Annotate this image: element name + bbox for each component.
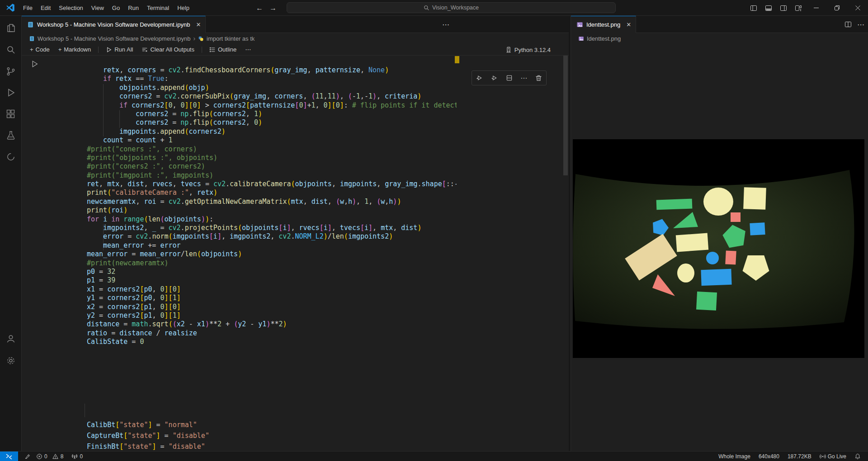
run-all-button[interactable]: Run All: [103, 44, 136, 56]
code-line[interactable]: print(roi): [22, 206, 457, 215]
code-line[interactable]: if corners2[0, 0][0] > corners2[patterns…: [22, 101, 457, 110]
ports-status[interactable]: 0: [69, 452, 85, 461]
code-line[interactable]: error = cv2.norm(imgpoints[i], imgpoints…: [22, 232, 457, 241]
execute-cell-and-below-icon[interactable]: [491, 75, 498, 81]
toggle-panel-icon[interactable]: [761, 0, 776, 16]
code-line[interactable]: imgpoints.append(corners2): [22, 127, 457, 136]
code-line[interactable]: for i in range(len(objpoints)):: [22, 215, 457, 224]
notebook-cell-editor[interactable]: retx, corners = cv2.findChessboardCorner…: [22, 56, 569, 451]
go-live-button[interactable]: Go Live: [817, 453, 849, 460]
menu-go[interactable]: Go: [108, 0, 124, 16]
split-editor-icon[interactable]: [844, 21, 852, 28]
code-line[interactable]: corners2 = cv2.cornerSubPix(gray_img, co…: [22, 92, 457, 101]
breadcrumb-file[interactable]: Workshop 5 - Machine Vision Software Dev…: [38, 35, 190, 42]
add-code-cell-button[interactable]: + Code: [27, 44, 52, 56]
code-line[interactable]: p0 = 32: [22, 268, 457, 276]
remote-indicator[interactable]: [0, 452, 18, 461]
code-line[interactable]: ret, mtx, dist, rvecs, tvecs = cv2.calib…: [22, 180, 457, 188]
tab-workshop5-notebook[interactable]: Workshop 5 - Machine Vision Software Dev…: [22, 16, 206, 33]
code-line[interactable]: p1 = 39: [22, 276, 457, 285]
code-line[interactable]: y1 = corners2[p0, 0][1]: [22, 294, 457, 302]
menu-run[interactable]: Run: [124, 0, 143, 16]
menu-help[interactable]: Help: [173, 0, 193, 16]
tab-identtest-png[interactable]: Identtest.png ✕: [571, 16, 636, 33]
code-line[interactable]: #print("imgpoint :", imgpoints): [22, 171, 457, 180]
kernel-picker[interactable]: Python 3.12.4: [505, 44, 551, 56]
jupyter-icon[interactable]: [5, 151, 16, 162]
code-line[interactable]: imgpoints2, _ = cv2.projectPoints(objpoi…: [22, 224, 457, 232]
notifications-bell-icon[interactable]: [852, 453, 863, 460]
photo-shape-blue-rect: [701, 269, 731, 286]
code-line[interactable]: newcameramtx, roi = cv2.getOptimalNewCam…: [22, 198, 457, 206]
code-cell-content[interactable]: retx, corners = cv2.findChessboardCorner…: [22, 66, 457, 347]
code-line[interactable]: CaptureBt["state"] = "disable": [22, 430, 457, 441]
window-minimize-button[interactable]: [806, 0, 826, 16]
menu-view[interactable]: View: [87, 0, 108, 16]
code-line[interactable]: #print("objpoints :", objpoints): [22, 154, 457, 162]
problems-status[interactable]: 0 8: [33, 452, 66, 461]
editor-scrollbar[interactable]: [563, 56, 568, 175]
pen-status-icon[interactable]: [22, 452, 33, 461]
code-line[interactable]: ratio = distance / realsize: [22, 329, 457, 338]
execute-above-cells-icon[interactable]: [476, 75, 483, 81]
code-line[interactable]: retx, corners = cv2.findChessboardCorner…: [22, 66, 457, 75]
code-line[interactable]: corners2 = np.flip(corners2, 0): [22, 118, 457, 127]
code-line[interactable]: x1 = corners2[p0, 0][0]: [22, 285, 457, 294]
split-cell-icon[interactable]: [506, 75, 513, 81]
code-line[interactable]: count = count + 1: [22, 136, 457, 145]
editor-more-actions-icon[interactable]: ⋯: [857, 20, 864, 29]
run-debug-icon[interactable]: [5, 87, 16, 98]
code-line[interactable]: CalibBt["state"] = "normal": [22, 419, 457, 430]
code-line[interactable]: distance = math.sqrt((x2 - x1)**2 + (y2 …: [22, 320, 457, 329]
cell-more-actions-icon[interactable]: ⋯: [520, 74, 527, 82]
testing-icon[interactable]: [5, 130, 16, 141]
editor-more-actions-icon[interactable]: ⋯: [442, 20, 449, 29]
explorer-icon[interactable]: [5, 23, 16, 33]
source-control-icon[interactable]: [5, 66, 16, 77]
code-line[interactable]: FinishBt["state"] = "disable": [22, 441, 457, 451]
menu-file[interactable]: File: [19, 0, 37, 16]
code-line[interactable]: CalibState = 0: [22, 338, 457, 346]
breadcrumb-symbol[interactable]: import tkinter as tk: [207, 35, 255, 42]
customize-layout-icon[interactable]: [791, 0, 806, 16]
cell-toolbar: ⋯: [472, 71, 547, 85]
breadcrumb-file[interactable]: Identtest.png: [587, 35, 621, 42]
image-preview-area[interactable]: [571, 56, 868, 451]
kernel-label: Python 3.12.4: [514, 47, 551, 53]
code-line[interactable]: print("calibrateCamera :", retx): [22, 188, 457, 197]
menu-edit[interactable]: Edit: [37, 0, 55, 16]
code-line[interactable]: corners2 = np.flip(corners2, 1): [22, 110, 457, 118]
code-line[interactable]: y2 = corners2[p1, 0][1]: [22, 311, 457, 320]
image-zoom-mode[interactable]: Whole Image: [716, 453, 753, 460]
delete-cell-icon[interactable]: [535, 75, 542, 81]
extensions-icon[interactable]: [5, 108, 16, 119]
add-markdown-cell-button[interactable]: + Markdown: [56, 44, 94, 56]
outline-icon: [209, 47, 216, 53]
code-line[interactable]: if retx == True:: [22, 75, 457, 83]
code-line[interactable]: #print(newcameramtx): [22, 259, 457, 268]
search-sidebar-icon[interactable]: [5, 44, 16, 55]
toggle-primary-sidebar-icon[interactable]: [746, 0, 761, 16]
accounts-icon[interactable]: [5, 333, 16, 344]
code-line[interactable]: mean_error = mean_error/len(objpoints): [22, 250, 457, 259]
code-line[interactable]: #print("coners :", corners): [22, 145, 457, 154]
window-close-button[interactable]: [847, 0, 868, 16]
window-restore-button[interactable]: [826, 0, 847, 16]
code-line[interactable]: x2 = corners2[p1, 0][0]: [22, 303, 457, 311]
code-line[interactable]: #print("coners2 :", corners2): [22, 162, 457, 171]
nav-back-icon[interactable]: ←: [256, 4, 263, 12]
command-center-search[interactable]: Vision_Workspace: [287, 2, 616, 13]
toolbar-more-icon[interactable]: ⋯: [242, 44, 254, 56]
clear-all-outputs-button[interactable]: Clear All Outputs: [139, 44, 197, 56]
tab-close-icon[interactable]: ✕: [626, 21, 631, 28]
code-cell-content-tail[interactable]: CalibBt["state"] = "normal"CaptureBt["st…: [22, 419, 457, 451]
settings-gear-icon[interactable]: [5, 355, 16, 366]
code-line[interactable]: objpoints.append(objp): [22, 84, 457, 92]
menu-selection[interactable]: Selection: [55, 0, 87, 16]
menu-terminal[interactable]: Terminal: [143, 0, 173, 16]
nav-forward-icon[interactable]: →: [269, 4, 277, 12]
outline-button[interactable]: Outline: [207, 44, 239, 56]
toggle-secondary-sidebar-icon[interactable]: [776, 0, 791, 16]
tab-close-icon[interactable]: ✕: [196, 21, 201, 28]
code-line[interactable]: mean_error += error: [22, 241, 457, 250]
